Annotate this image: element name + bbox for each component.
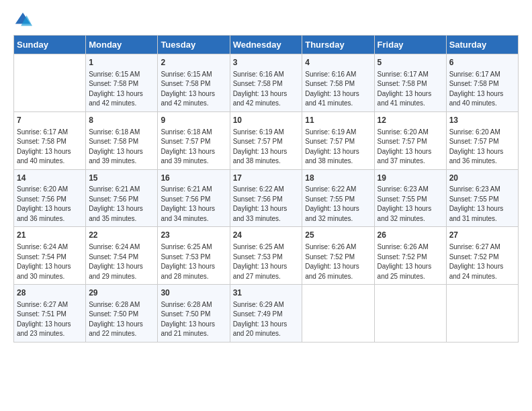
cell-content: Sunrise: 6:27 AM Sunset: 7:51 PM Dayligh… (17, 300, 83, 339)
header-cell-tuesday: Tuesday (158, 36, 230, 54)
calendar-cell: 11Sunrise: 6:19 AM Sunset: 7:57 PM Dayli… (302, 111, 374, 169)
cell-content: Sunrise: 6:20 AM Sunset: 7:56 PM Dayligh… (17, 185, 83, 224)
cell-content: Sunrise: 6:26 AM Sunset: 7:52 PM Dayligh… (305, 242, 371, 281)
day-number: 9 (161, 115, 226, 126)
day-number: 12 (378, 115, 443, 126)
calendar-cell: 18Sunrise: 6:22 AM Sunset: 7:55 PM Dayli… (302, 169, 374, 227)
cell-content: Sunrise: 6:28 AM Sunset: 7:50 PM Dayligh… (161, 300, 226, 339)
calendar-cell: 27Sunrise: 6:27 AM Sunset: 7:52 PM Dayli… (446, 227, 518, 285)
day-number: 26 (378, 230, 443, 241)
calendar-cell: 22Sunrise: 6:24 AM Sunset: 7:54 PM Dayli… (86, 227, 158, 285)
header-cell-monday: Monday (86, 36, 158, 54)
calendar-week-4: 21Sunrise: 6:24 AM Sunset: 7:54 PM Dayli… (14, 227, 519, 285)
cell-content: Sunrise: 6:21 AM Sunset: 7:56 PM Dayligh… (161, 185, 226, 224)
header-cell-friday: Friday (374, 36, 446, 54)
day-number: 21 (17, 230, 83, 241)
day-number: 6 (449, 57, 515, 68)
cell-content: Sunrise: 6:21 AM Sunset: 7:56 PM Dayligh… (89, 185, 154, 224)
calendar-cell: 6Sunrise: 6:17 AM Sunset: 7:58 PM Daylig… (446, 54, 518, 112)
calendar-cell: 19Sunrise: 6:23 AM Sunset: 7:55 PM Dayli… (374, 169, 446, 227)
calendar-body: 1Sunrise: 6:15 AM Sunset: 7:58 PM Daylig… (14, 54, 519, 342)
cell-content: Sunrise: 6:24 AM Sunset: 7:54 PM Dayligh… (17, 242, 83, 281)
calendar-cell: 9Sunrise: 6:18 AM Sunset: 7:57 PM Daylig… (158, 111, 230, 169)
cell-content: Sunrise: 6:17 AM Sunset: 7:58 PM Dayligh… (378, 70, 443, 109)
calendar-cell: 23Sunrise: 6:25 AM Sunset: 7:53 PM Dayli… (158, 227, 230, 285)
cell-content: Sunrise: 6:20 AM Sunset: 7:57 PM Dayligh… (378, 128, 443, 167)
calendar-cell: 17Sunrise: 6:22 AM Sunset: 7:56 PM Dayli… (230, 169, 302, 227)
cell-content: Sunrise: 6:27 AM Sunset: 7:52 PM Dayligh… (449, 242, 515, 281)
calendar-cell: 26Sunrise: 6:26 AM Sunset: 7:52 PM Dayli… (374, 227, 446, 285)
day-number: 2 (161, 57, 226, 68)
calendar-week-5: 28Sunrise: 6:27 AM Sunset: 7:51 PM Dayli… (14, 285, 519, 342)
calendar-cell: 14Sunrise: 6:20 AM Sunset: 7:56 PM Dayli… (14, 169, 86, 227)
cell-content: Sunrise: 6:15 AM Sunset: 7:58 PM Dayligh… (161, 70, 226, 109)
header-cell-wednesday: Wednesday (230, 36, 302, 54)
day-number: 25 (305, 230, 371, 241)
cell-content: Sunrise: 6:25 AM Sunset: 7:53 PM Dayligh… (161, 242, 226, 281)
calendar-cell (446, 285, 518, 342)
cell-content: Sunrise: 6:18 AM Sunset: 7:58 PM Dayligh… (89, 128, 154, 167)
day-number: 7 (17, 115, 83, 126)
day-number: 8 (89, 115, 154, 126)
calendar-cell: 31Sunrise: 6:29 AM Sunset: 7:49 PM Dayli… (230, 285, 302, 342)
calendar-cell (14, 54, 86, 112)
calendar-week-1: 1Sunrise: 6:15 AM Sunset: 7:58 PM Daylig… (14, 54, 519, 112)
calendar-cell: 3Sunrise: 6:16 AM Sunset: 7:58 PM Daylig… (230, 54, 302, 112)
header-cell-saturday: Saturday (446, 36, 518, 54)
cell-content: Sunrise: 6:23 AM Sunset: 7:55 PM Dayligh… (378, 185, 443, 224)
calendar-cell: 12Sunrise: 6:20 AM Sunset: 7:57 PM Dayli… (374, 111, 446, 169)
cell-content: Sunrise: 6:19 AM Sunset: 7:57 PM Dayligh… (305, 128, 371, 167)
calendar-cell: 4Sunrise: 6:16 AM Sunset: 7:58 PM Daylig… (302, 54, 374, 112)
day-number: 11 (305, 115, 371, 126)
calendar-cell: 7Sunrise: 6:17 AM Sunset: 7:58 PM Daylig… (14, 111, 86, 169)
cell-content: Sunrise: 6:17 AM Sunset: 7:58 PM Dayligh… (449, 70, 515, 109)
day-number: 31 (233, 287, 300, 299)
day-number: 14 (17, 173, 83, 184)
calendar-week-2: 7Sunrise: 6:17 AM Sunset: 7:58 PM Daylig… (14, 111, 519, 169)
cell-content: Sunrise: 6:22 AM Sunset: 7:55 PM Dayligh… (305, 185, 371, 224)
day-number: 19 (378, 173, 443, 184)
calendar-cell: 15Sunrise: 6:21 AM Sunset: 7:56 PM Dayli… (86, 169, 158, 227)
header (13, 11, 519, 30)
header-cell-sunday: Sunday (14, 36, 86, 54)
day-number: 3 (233, 57, 300, 68)
cell-content: Sunrise: 6:17 AM Sunset: 7:58 PM Dayligh… (17, 128, 83, 167)
day-number: 10 (233, 115, 300, 126)
cell-content: Sunrise: 6:28 AM Sunset: 7:50 PM Dayligh… (89, 300, 154, 339)
day-number: 5 (378, 57, 443, 68)
calendar-cell: 24Sunrise: 6:25 AM Sunset: 7:53 PM Dayli… (230, 227, 302, 285)
calendar-cell: 2Sunrise: 6:15 AM Sunset: 7:58 PM Daylig… (158, 54, 230, 112)
day-number: 30 (161, 287, 226, 299)
cell-content: Sunrise: 6:24 AM Sunset: 7:54 PM Dayligh… (89, 242, 154, 281)
day-number: 17 (233, 173, 300, 184)
day-number: 24 (233, 230, 300, 241)
day-number: 13 (449, 115, 515, 126)
calendar-cell: 8Sunrise: 6:18 AM Sunset: 7:58 PM Daylig… (86, 111, 158, 169)
cell-content: Sunrise: 6:16 AM Sunset: 7:58 PM Dayligh… (305, 70, 371, 109)
day-number: 22 (89, 230, 154, 241)
logo-icon (13, 11, 32, 30)
day-number: 1 (89, 57, 154, 68)
calendar-cell: 30Sunrise: 6:28 AM Sunset: 7:50 PM Dayli… (158, 285, 230, 342)
cell-content: Sunrise: 6:29 AM Sunset: 7:49 PM Dayligh… (233, 300, 300, 339)
cell-content: Sunrise: 6:23 AM Sunset: 7:55 PM Dayligh… (449, 185, 515, 224)
calendar-cell: 10Sunrise: 6:19 AM Sunset: 7:57 PM Dayli… (230, 111, 302, 169)
calendar-cell: 25Sunrise: 6:26 AM Sunset: 7:52 PM Dayli… (302, 227, 374, 285)
calendar-cell: 29Sunrise: 6:28 AM Sunset: 7:50 PM Dayli… (86, 285, 158, 342)
calendar-cell: 21Sunrise: 6:24 AM Sunset: 7:54 PM Dayli… (14, 227, 86, 285)
day-number: 29 (89, 287, 154, 299)
day-number: 18 (305, 173, 371, 184)
cell-content: Sunrise: 6:18 AM Sunset: 7:57 PM Dayligh… (161, 128, 226, 167)
calendar-cell: 1Sunrise: 6:15 AM Sunset: 7:58 PM Daylig… (86, 54, 158, 112)
header-row: SundayMondayTuesdayWednesdayThursdayFrid… (14, 36, 519, 54)
logo (13, 11, 35, 30)
day-number: 20 (449, 173, 515, 184)
cell-content: Sunrise: 6:22 AM Sunset: 7:56 PM Dayligh… (233, 185, 300, 224)
calendar-cell: 13Sunrise: 6:20 AM Sunset: 7:57 PM Dayli… (446, 111, 518, 169)
day-number: 15 (89, 173, 154, 184)
cell-content: Sunrise: 6:20 AM Sunset: 7:57 PM Dayligh… (449, 128, 515, 167)
calendar-cell: 20Sunrise: 6:23 AM Sunset: 7:55 PM Dayli… (446, 169, 518, 227)
calendar-table: SundayMondayTuesdayWednesdayThursdayFrid… (13, 35, 519, 342)
calendar-cell: 28Sunrise: 6:27 AM Sunset: 7:51 PM Dayli… (14, 285, 86, 342)
day-number: 27 (449, 230, 515, 241)
